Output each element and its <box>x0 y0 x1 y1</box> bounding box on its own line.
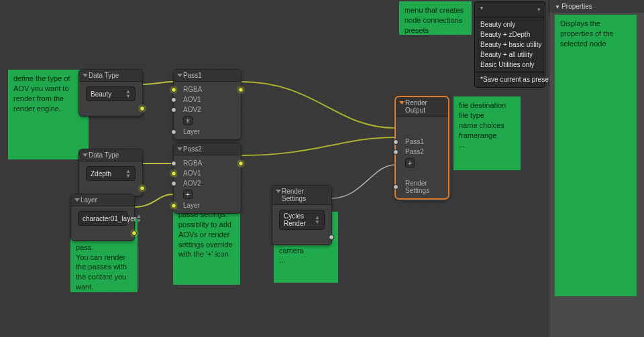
node-render-output[interactable]: Render Output Pass1 Pass2 + Render Setti… <box>395 96 449 199</box>
node-pass2[interactable]: Pass2 RGBA AOV1 AOV2 + Layer <box>173 143 241 214</box>
output-socket[interactable] <box>238 161 244 166</box>
preset-option[interactable]: Basic Utilities only <box>475 60 545 70</box>
node-title: Data Type <box>79 149 142 161</box>
output-socket[interactable] <box>140 186 145 191</box>
properties-header[interactable]: Properties <box>549 0 644 13</box>
properties-panel: Properties Displays the properties of th… <box>549 0 644 337</box>
pass-row: AOV1 <box>174 94 241 105</box>
pass-layer-row: Layer <box>174 200 241 210</box>
input-socket[interactable] <box>393 184 398 190</box>
output-socket[interactable] <box>238 87 244 92</box>
output-pass-row: Pass1 <box>396 137 448 147</box>
node-title: Pass2 <box>174 143 241 155</box>
input-socket[interactable] <box>171 87 176 92</box>
render-engine-select[interactable]: Cycles Render ▲▼ <box>279 210 325 230</box>
input-socket[interactable] <box>393 139 398 145</box>
node-title: Render Settings <box>272 186 331 205</box>
preset-option[interactable]: Beauty only <box>475 19 545 29</box>
data-type-select[interactable]: Zdepth ▲▼ <box>86 166 136 181</box>
pass-layer-row: Layer <box>174 127 241 137</box>
input-socket[interactable] <box>171 171 176 176</box>
node-data-type-zdepth[interactable]: Data Type Zdepth ▲▼ <box>78 149 143 196</box>
input-socket[interactable] <box>393 149 398 155</box>
note-render-output: file destination file type name choices … <box>453 96 521 170</box>
note-data-type: define the type of AOV you want to rende… <box>8 70 89 159</box>
select-value: Cycles Render <box>284 212 315 227</box>
note-pass-settings: passe settings: possiblity to add AOVs o… <box>173 206 240 285</box>
pass-row: RGBA <box>174 84 241 94</box>
select-value: Zdepth <box>91 170 111 178</box>
preset-menu[interactable]: * Beauty only Beauty + zDepth Beauty + b… <box>474 1 545 88</box>
output-settings-row: Render Settings <box>396 178 448 196</box>
select-arrows-icon: ▲▼ <box>315 215 320 224</box>
preset-option[interactable]: Beauty + basic utility <box>475 40 545 50</box>
pass-row: AOV1 <box>174 168 241 178</box>
data-type-select[interactable]: Beauty ▲▼ <box>86 86 136 101</box>
select-value: Beauty <box>91 90 111 98</box>
preset-option[interactable]: Beauty + all utility <box>475 50 545 60</box>
input-socket[interactable] <box>171 181 176 186</box>
select-value: character01_layer <box>83 215 136 222</box>
layer-select[interactable]: character01_layer ▲▼ <box>78 211 127 226</box>
note-properties: Displays the properties of the selected … <box>555 15 637 296</box>
select-arrows-icon: ▲▼ <box>125 169 131 178</box>
pass-row: AOV2 <box>174 105 241 115</box>
select-arrows-icon: ▲▼ <box>125 89 131 98</box>
add-aov-button[interactable]: + <box>183 190 193 199</box>
node-title: Render Output <box>396 97 448 117</box>
note-preset-menu: menu that creates node connections prese… <box>399 1 472 35</box>
node-render-settings[interactable]: Render Settings Cycles Render ▲▼ <box>272 185 332 245</box>
output-pass-row: Pass2 <box>396 147 448 157</box>
node-pass1[interactable]: Pass1 RGBA AOV1 AOV2 + Layer <box>173 69 241 140</box>
input-socket[interactable] <box>171 107 176 113</box>
preset-selected[interactable]: * <box>475 5 545 15</box>
select-arrows-icon: ▲▼ <box>136 214 142 223</box>
pass-row: AOV2 <box>174 178 241 188</box>
add-pass-button[interactable]: + <box>405 158 415 167</box>
node-title: Data Type <box>79 70 142 82</box>
input-socket[interactable] <box>171 161 176 166</box>
input-socket[interactable] <box>171 97 176 103</box>
output-socket[interactable] <box>329 234 334 240</box>
output-socket[interactable] <box>140 106 145 111</box>
output-socket[interactable] <box>131 230 137 236</box>
node-title: Layer <box>71 194 134 206</box>
node-title: Pass1 <box>174 70 241 82</box>
preset-option[interactable]: Beauty + zDepth <box>475 29 545 40</box>
node-data-type-beauty[interactable]: Data Type Beauty ▲▼ <box>78 69 143 117</box>
node-layer[interactable]: Layer character01_layer ▲▼ <box>70 194 135 241</box>
pass-row: RGBA <box>174 158 241 168</box>
input-socket[interactable] <box>171 203 176 208</box>
preset-save[interactable]: *Save current as preset <box>475 74 545 84</box>
add-aov-button[interactable]: + <box>183 116 193 125</box>
input-socket[interactable] <box>171 129 176 135</box>
